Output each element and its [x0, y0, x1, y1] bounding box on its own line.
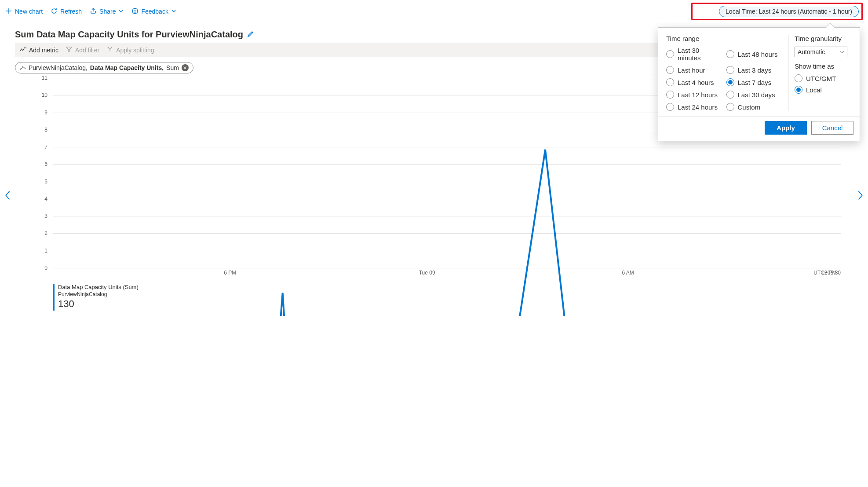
- time-range-option[interactable]: Last 3 days: [726, 66, 782, 74]
- time-range-option-label: Last 7 days: [738, 79, 772, 86]
- apply-splitting-button[interactable]: Apply splitting: [106, 46, 154, 54]
- time-range-option-label: Last hour: [678, 66, 705, 74]
- command-bar: New chart Refresh Share Feedback Local T…: [0, 0, 868, 23]
- feedback-button[interactable]: Feedback: [131, 7, 176, 16]
- y-tick-label: 11: [42, 75, 47, 81]
- time-range-option-label: Last 30 days: [738, 91, 775, 99]
- show-time-heading: Show time as: [795, 62, 852, 70]
- granularity-select[interactable]: Automatic: [795, 47, 847, 57]
- refresh-icon: [51, 7, 58, 16]
- plus-icon: [5, 7, 12, 16]
- time-range-option[interactable]: Custom: [726, 103, 782, 111]
- chip-aggregation: Sum: [166, 64, 179, 71]
- time-range-option[interactable]: Last 30 days: [726, 91, 782, 99]
- time-picker-highlight: Local Time: Last 24 hours (Automatic - 1…: [691, 3, 863, 20]
- cancel-button[interactable]: Cancel: [811, 121, 853, 135]
- y-tick-label: 4: [44, 196, 47, 202]
- y-tick-label: 2: [44, 230, 47, 236]
- radio-icon: [726, 103, 734, 111]
- chevron-down-icon: [840, 48, 844, 55]
- radio-icon: [666, 66, 674, 74]
- radio-icon: [795, 74, 802, 82]
- feedback-label: Feedback: [141, 8, 168, 15]
- granularity-heading: Time granularity: [795, 35, 852, 42]
- y-tick-label: 7: [44, 144, 47, 150]
- time-range-popover: Time range Last 30 minutesLast 48 hoursL…: [658, 27, 860, 141]
- time-range-option-label: Last 12 hours: [678, 91, 718, 99]
- split-icon: [106, 46, 113, 54]
- y-tick-label: 0: [44, 265, 47, 271]
- svg-point-0: [132, 8, 138, 14]
- time-range-option-label: Custom: [738, 103, 761, 111]
- refresh-label: Refresh: [60, 8, 82, 15]
- filter-icon: [66, 46, 73, 54]
- time-range-option[interactable]: Last 12 hours: [666, 91, 722, 99]
- add-filter-label: Add filter: [75, 47, 99, 54]
- y-tick-label: 8: [44, 127, 47, 133]
- apply-splitting-label: Apply splitting: [116, 47, 154, 54]
- time-range-option[interactable]: Last 24 hours: [666, 103, 722, 111]
- svg-point-2: [136, 10, 136, 11]
- new-chart-button[interactable]: New chart: [5, 7, 43, 16]
- add-metric-label: Add metric: [29, 47, 58, 54]
- metric-chip[interactable]: PurviewNinjaCatalog, Data Map Capacity U…: [15, 62, 193, 73]
- timezone-label: UTC+05:30: [813, 270, 841, 276]
- prev-chart-button[interactable]: [2, 189, 14, 203]
- chart-title: Sum Data Map Capacity Units for PurviewN…: [15, 29, 243, 40]
- y-tick-label: 1: [44, 248, 47, 254]
- y-tick-label: 6: [44, 161, 47, 167]
- time-range-option[interactable]: Last hour: [666, 66, 722, 74]
- time-range-option-label: Last 4 hours: [678, 79, 714, 86]
- refresh-button[interactable]: Refresh: [51, 7, 82, 16]
- y-tick-label: 3: [44, 213, 47, 219]
- radio-icon: [726, 50, 734, 58]
- edit-title-button[interactable]: [247, 30, 255, 39]
- x-tick-label: 6 PM: [224, 270, 236, 276]
- radio-icon: [726, 66, 734, 74]
- time-range-option[interactable]: Last 4 hours: [666, 78, 722, 86]
- metric-icon: [19, 46, 26, 54]
- new-chart-label: New chart: [15, 8, 43, 15]
- time-range-option-label: Last 48 hours: [738, 51, 778, 58]
- share-icon: [90, 7, 97, 16]
- radio-icon: [726, 91, 734, 99]
- show-time-option-label: Local: [806, 86, 822, 94]
- radio-icon: [666, 78, 674, 86]
- smile-icon: [131, 7, 139, 16]
- time-range-option-label: Last 24 hours: [678, 103, 718, 111]
- show-time-option[interactable]: Local: [795, 86, 852, 94]
- time-range-picker[interactable]: Local Time: Last 24 hours (Automatic - 1…: [719, 6, 859, 17]
- show-time-options: UTC/GMTLocal: [795, 74, 852, 94]
- time-range-option[interactable]: Last 30 minutes: [666, 47, 722, 62]
- radio-icon: [726, 78, 734, 86]
- chevron-down-icon: [171, 8, 176, 15]
- time-range-option[interactable]: Last 48 hours: [726, 47, 782, 62]
- granularity-value: Automatic: [798, 48, 825, 55]
- radio-icon: [666, 50, 674, 58]
- show-time-option-label: UTC/GMT: [806, 75, 836, 82]
- chevron-down-icon: [118, 8, 124, 15]
- next-chart-button[interactable]: [854, 189, 866, 203]
- chip-metric: Data Map Capacity Units,: [90, 64, 164, 71]
- metric-dots-icon: [20, 64, 26, 71]
- y-tick-label: 10: [42, 92, 47, 98]
- chip-resource: PurviewNinjaCatalog,: [29, 64, 88, 71]
- show-time-option[interactable]: UTC/GMT: [795, 74, 852, 82]
- time-range-heading: Time range: [666, 35, 782, 42]
- x-axis: 6 PMTue 096 AM12 PMUTC+05:30: [53, 270, 841, 280]
- radio-icon: [666, 91, 674, 99]
- y-axis: 01234567891011: [27, 78, 51, 268]
- add-metric-button[interactable]: Add metric: [19, 46, 58, 54]
- time-range-option[interactable]: Last 7 days: [726, 78, 782, 86]
- apply-button[interactable]: Apply: [765, 121, 807, 135]
- svg-point-1: [134, 10, 135, 11]
- add-filter-button[interactable]: Add filter: [66, 46, 99, 54]
- x-tick-label: 6 AM: [622, 270, 634, 276]
- share-label: Share: [99, 8, 116, 15]
- time-range-option-label: Last 3 days: [738, 66, 772, 74]
- share-button[interactable]: Share: [90, 7, 124, 16]
- chip-remove-icon[interactable]: ✕: [182, 64, 189, 71]
- time-range-option-label: Last 30 minutes: [678, 47, 722, 62]
- radio-icon: [666, 103, 674, 111]
- radio-icon: [795, 86, 802, 94]
